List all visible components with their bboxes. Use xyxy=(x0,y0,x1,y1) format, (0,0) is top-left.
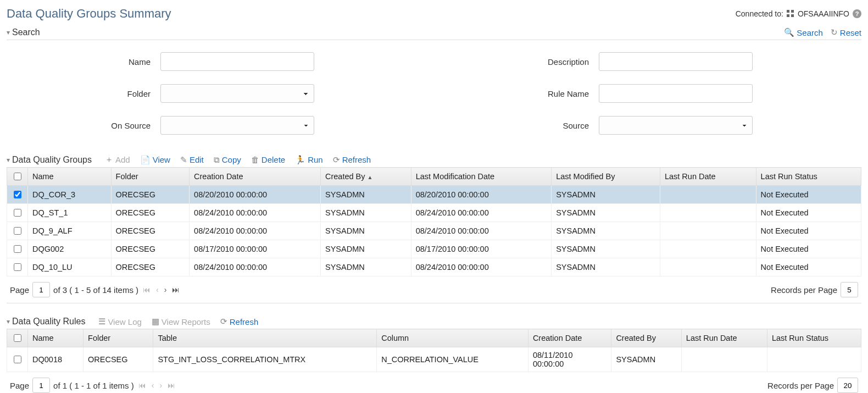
search-section-header[interactable]: ▾ Search xyxy=(7,27,40,37)
on-source-label: On Source xyxy=(7,121,160,130)
table-row[interactable]: DQG002ORECSEG08/17/2010 00:00:00SYSADMN0… xyxy=(7,240,861,258)
cell: ORECSEG xyxy=(111,258,190,276)
groups-section-header[interactable]: ▾ Data Quality Groups xyxy=(7,155,92,165)
search-button[interactable]: 🔍 Search xyxy=(784,27,823,37)
first-page-button[interactable]: ⏮ xyxy=(142,285,152,294)
help-icon[interactable]: ? xyxy=(853,9,861,18)
rules-pager: Page of 1 ( 1 - 1 of 1 items ) ⏮ ‹ › ⏭ R… xyxy=(7,372,861,393)
cell: SYSADMN xyxy=(320,258,411,276)
plus-icon: ＋ xyxy=(105,154,113,165)
select-all-header[interactable] xyxy=(7,329,28,347)
column-header[interactable]: Creation Date xyxy=(528,329,611,347)
row-checkbox[interactable] xyxy=(14,263,21,271)
row-checkbox[interactable] xyxy=(14,209,21,217)
cell: DQ_ST_1 xyxy=(28,204,112,222)
table-row[interactable]: DQ_10_LUORECSEG08/24/2010 00:00:00SYSADM… xyxy=(7,258,861,276)
table-row[interactable]: DQ0018ORECSEGSTG_INT_LOSS_CORRELATION_MT… xyxy=(7,347,861,372)
refresh-button[interactable]: ⟳ Refresh xyxy=(333,155,371,165)
table-row[interactable]: DQ_COR_3ORECSEG08/20/2010 00:00:00SYSADM… xyxy=(7,186,861,204)
edit-icon: ✎ xyxy=(180,155,187,165)
rpp-input[interactable] xyxy=(837,378,858,393)
view-log-button[interactable]: ☰ View Log xyxy=(98,317,141,326)
column-header[interactable]: Last Run Date xyxy=(660,168,756,186)
cell: Not Executed xyxy=(756,204,861,222)
cell: Not Executed xyxy=(756,258,861,276)
column-header[interactable]: Last Run Status xyxy=(767,329,861,347)
reset-button[interactable]: ↻ Reset xyxy=(831,27,861,37)
search-section-title: Search xyxy=(12,27,40,37)
column-header[interactable]: Creation Date xyxy=(190,168,321,186)
prev-page-button[interactable]: ‹ xyxy=(155,285,160,294)
next-page-button[interactable]: › xyxy=(163,285,168,294)
view-reports-button[interactable]: ▦ View Reports xyxy=(152,317,210,326)
last-page-button[interactable]: ⏭ xyxy=(166,381,176,390)
column-header[interactable]: Name xyxy=(28,329,84,347)
cell: ORECSEG xyxy=(84,347,153,372)
select-all-checkbox[interactable] xyxy=(14,334,21,342)
cell: 08/17/2010 00:00:00 xyxy=(411,240,552,258)
prev-page-button[interactable]: ‹ xyxy=(151,381,155,390)
cell xyxy=(767,347,861,372)
delete-button[interactable]: 🗑 Delete xyxy=(251,155,285,164)
view-label: View xyxy=(153,155,170,164)
column-header[interactable]: Last Modification Date xyxy=(411,168,552,186)
view-button[interactable]: 📄 View xyxy=(140,155,170,165)
cell: 08/24/2010 00:00:00 xyxy=(411,204,552,222)
cell xyxy=(660,222,756,240)
row-checkbox[interactable] xyxy=(14,191,21,198)
first-page-button[interactable]: ⏮ xyxy=(137,381,147,390)
row-checkbox[interactable] xyxy=(14,356,21,363)
folder-select[interactable] xyxy=(160,84,314,103)
page-input[interactable] xyxy=(32,282,50,297)
row-checkbox[interactable] xyxy=(14,227,21,235)
reset-icon: ↻ xyxy=(831,27,838,37)
edit-button[interactable]: ✎ Edit xyxy=(180,155,204,165)
rules-section-title: Data Quality Rules xyxy=(12,317,85,326)
description-input[interactable] xyxy=(599,52,753,71)
source-select[interactable] xyxy=(599,116,753,135)
rules-section-header[interactable]: ▾ Data Quality Rules xyxy=(7,317,85,326)
row-checkbox[interactable] xyxy=(14,245,21,253)
rpp-input[interactable] xyxy=(841,282,858,297)
select-all-header[interactable] xyxy=(7,168,28,186)
groups-pager: Page of 3 ( 1 - 5 of 14 items ) ⏮ ‹ › ⏭ … xyxy=(7,276,861,303)
copy-icon: ⧉ xyxy=(214,155,220,165)
connected-value: OFSAAAIINFO xyxy=(798,9,849,18)
column-header[interactable]: Name xyxy=(28,168,112,186)
column-header[interactable]: Table xyxy=(153,329,377,347)
column-header[interactable]: Last Modified By xyxy=(552,168,660,186)
rule-name-label: Rule Name xyxy=(445,89,599,98)
column-header[interactable]: Last Run Status xyxy=(756,168,861,186)
page-input[interactable] xyxy=(32,378,50,393)
column-header[interactable]: Folder xyxy=(111,168,190,186)
select-all-checkbox[interactable] xyxy=(14,173,21,180)
table-row[interactable]: DQ_9_ALFORECSEG08/24/2010 00:00:00SYSADM… xyxy=(7,222,861,240)
table-row[interactable]: DQ_ST_1ORECSEG08/24/2010 00:00:00SYSADMN… xyxy=(7,204,861,222)
cell: SYSADMN xyxy=(320,204,411,222)
refresh-icon: ⟳ xyxy=(333,155,340,165)
copy-button[interactable]: ⧉ Copy xyxy=(214,155,241,165)
rpp-label: Records per Page xyxy=(771,285,837,295)
page-title: Data Quality Groups Summary xyxy=(7,7,171,21)
last-page-button[interactable]: ⏭ xyxy=(171,285,181,294)
add-button[interactable]: ＋ Add xyxy=(105,154,130,165)
rule-name-input[interactable] xyxy=(599,84,753,103)
rules-refresh-button[interactable]: ⟳ Refresh xyxy=(220,317,259,326)
name-input[interactable] xyxy=(160,52,314,71)
datasource-icon xyxy=(787,10,794,18)
run-button[interactable]: 🏃 Run xyxy=(295,155,323,165)
cell: SYSADMN xyxy=(552,186,660,204)
cell: ORECSEG xyxy=(111,222,190,240)
cell: 08/20/2010 00:00:00 xyxy=(411,186,552,204)
refresh-label: Refresh xyxy=(342,155,371,164)
column-header[interactable]: Last Run Date xyxy=(681,329,767,347)
on-source-select[interactable] xyxy=(160,116,314,135)
rules-refresh-label: Refresh xyxy=(230,317,259,326)
cell xyxy=(681,347,767,372)
column-header[interactable]: Created By xyxy=(611,329,681,347)
column-header[interactable]: Folder xyxy=(84,329,153,347)
cell: ORECSEG xyxy=(111,240,190,258)
next-page-button[interactable]: › xyxy=(158,381,163,390)
column-header[interactable]: Column xyxy=(377,329,528,347)
column-header[interactable]: Created By▲ xyxy=(320,168,411,186)
